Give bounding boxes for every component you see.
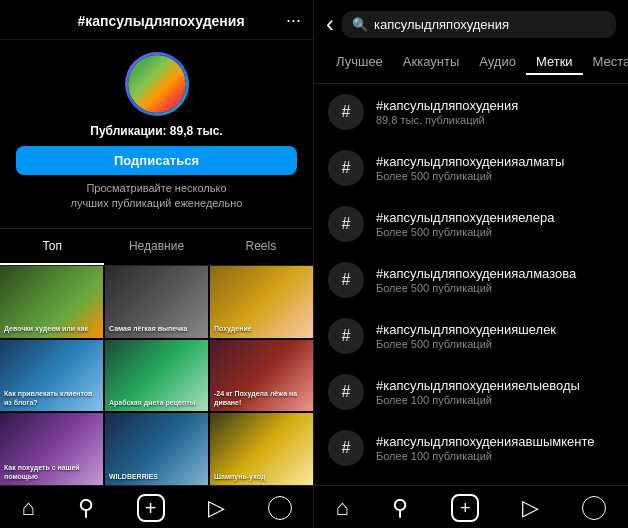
- search-nav-icon[interactable]: ⚲: [78, 495, 94, 521]
- grid-post-3-text: Похудение: [214, 325, 309, 333]
- publication-count: Публикации: 89,8 тыс.: [90, 124, 222, 138]
- result-text: #капсулыдляпохуденияавшымкенте Более 100…: [376, 434, 614, 462]
- grid-post-6-text: -24 кг Похудела лёжа на диване!: [214, 390, 309, 407]
- result-item[interactable]: # #капсулыдляпохуденияалмазова Более 500…: [314, 252, 628, 308]
- browse-text: Просматривайте нескольколучших публикаци…: [71, 181, 243, 212]
- hashtag-icon: #: [328, 150, 364, 186]
- result-tag: #капсулыдляпохудения: [376, 98, 614, 113]
- search-input-wrapper: 🔍 капсулыдляпохудения: [342, 11, 616, 38]
- filter-places[interactable]: Места: [583, 50, 628, 75]
- left-header: #капсулыдляпохудения ···: [0, 0, 313, 40]
- result-text: #капсулыдляпохуденияшелек Более 500 публ…: [376, 322, 614, 350]
- grid-post-7-text: Как похудеть с нашей помощью: [4, 464, 99, 481]
- hashtag-icon: #: [328, 430, 364, 466]
- tab-reels[interactable]: Reels: [209, 229, 313, 265]
- result-text: #капсулыдляпохуденияелера Более 500 публ…: [376, 210, 614, 238]
- result-text: #капсулыдляпохудения 89,8 тыс. публикаци…: [376, 98, 614, 126]
- filter-audio[interactable]: Аудио: [469, 50, 526, 75]
- grid-post-1[interactable]: Девочки худеем или как: [0, 266, 103, 338]
- grid-post-7[interactable]: Как похудеть с нашей помощью: [0, 413, 103, 485]
- result-tag: #капсулыдляпохуденияавшымкенте: [376, 434, 614, 449]
- grid-post-8-text: WILDBERRIES: [109, 473, 204, 481]
- back-button[interactable]: ‹: [326, 10, 334, 38]
- grid-post-8[interactable]: WILDBERRIES: [105, 413, 208, 485]
- result-text: #капсулыдляпохуденияалматы Более 500 пуб…: [376, 154, 614, 182]
- profile-nav-icon[interactable]: [268, 496, 292, 520]
- avatar-image: [128, 55, 186, 113]
- filter-tabs: Лучшее Аккаунты Аудио Метки Места: [314, 46, 628, 84]
- add-icon[interactable]: +: [137, 494, 165, 522]
- result-sub: Более 100 публикаций: [376, 450, 614, 462]
- avatar-inner: [128, 55, 186, 113]
- hashtag-icon: #: [328, 374, 364, 410]
- pub-number: 89,8 тыс.: [170, 124, 223, 138]
- search-icon: 🔍: [352, 17, 368, 32]
- result-item[interactable]: # #капсулыдляпохудения 89,8 тыс. публика…: [314, 84, 628, 140]
- subscribe-button[interactable]: Подписаться: [16, 146, 297, 175]
- result-item[interactable]: # #капсулыдляпохуденияира Более 500 публ…: [314, 476, 628, 485]
- result-text: #капсулыдляпохуденияалмазова Более 500 п…: [376, 266, 614, 294]
- result-item[interactable]: # #капсулыдляпохуденияшелек Более 500 пу…: [314, 308, 628, 364]
- grid-post-5-text: Арабская диета рецепты: [109, 399, 204, 407]
- hashtag-icon: #: [328, 94, 364, 130]
- result-tag: #капсулыдляпохуденияелыеводы: [376, 378, 614, 393]
- right-panel: ‹ 🔍 капсулыдляпохудения Лучшее Аккаунты …: [314, 0, 628, 528]
- left-header-title: #капсулыдляпохудения: [36, 13, 286, 29]
- hashtag-icon: #: [328, 206, 364, 242]
- filter-accounts[interactable]: Аккаунты: [393, 50, 469, 75]
- grid-post-1-text: Девочки худеем или как: [4, 325, 99, 333]
- result-sub: Более 100 публикаций: [376, 394, 614, 406]
- grid-post-6[interactable]: -24 кг Похудела лёжа на диване!: [210, 340, 313, 412]
- left-bottom-nav: ⌂ ⚲ + ▷: [0, 485, 313, 528]
- grid-post-9[interactable]: Шампунь-уход: [210, 413, 313, 485]
- right-home-icon[interactable]: ⌂: [336, 495, 349, 521]
- left-panel: #капсулыдляпохудения ··· Публикации: 89,…: [0, 0, 314, 528]
- search-input[interactable]: капсулыдляпохудения: [374, 17, 606, 32]
- result-item[interactable]: # #капсулыдляпохуденияелера Более 500 пу…: [314, 196, 628, 252]
- result-tag: #капсулыдляпохуденияалматы: [376, 154, 614, 169]
- result-sub: Более 500 публикаций: [376, 282, 614, 294]
- grid-post-3[interactable]: Похудение: [210, 266, 313, 338]
- grid-post-2[interactable]: Самая лёгкая выпечка: [105, 266, 208, 338]
- result-tag: #капсулыдляпохуденияалмазова: [376, 266, 614, 281]
- result-item[interactable]: # #капсулыдляпохуденияалматы Более 500 п…: [314, 140, 628, 196]
- result-tag: #капсулыдляпохуденияелера: [376, 210, 614, 225]
- right-bottom-nav: ⌂ ⚲ + ▷: [314, 485, 628, 528]
- result-sub: Более 500 публикаций: [376, 338, 614, 350]
- tab-top[interactable]: Топ: [0, 229, 104, 265]
- right-profile-icon[interactable]: [582, 496, 606, 520]
- grid-post-9-text: Шампунь-уход: [214, 473, 309, 481]
- hashtag-icon: #: [328, 318, 364, 354]
- home-icon[interactable]: ⌂: [21, 495, 34, 521]
- result-sub: Более 500 публикаций: [376, 170, 614, 182]
- grid-post-4[interactable]: Как привлекать клиентов из блога?: [0, 340, 103, 412]
- reels-nav-icon[interactable]: ▷: [208, 495, 225, 521]
- right-reels-icon[interactable]: ▷: [522, 495, 539, 521]
- posts-grid: Девочки худеем или как Самая лёгкая выпе…: [0, 266, 313, 485]
- pub-label: Публикации:: [90, 124, 166, 138]
- result-text: #капсулыдляпохуденияелыеводы Более 100 п…: [376, 378, 614, 406]
- profile-section: Публикации: 89,8 тыс. Подписаться Просма…: [0, 40, 313, 220]
- result-item[interactable]: # #капсулыдляпохуденияелыеводы Более 100…: [314, 364, 628, 420]
- result-sub: 89,8 тыс. публикаций: [376, 114, 614, 126]
- avatar: [125, 52, 189, 116]
- more-options-icon[interactable]: ···: [286, 10, 301, 31]
- result-tag: #капсулыдляпохуденияшелек: [376, 322, 614, 337]
- search-results: # #капсулыдляпохудения 89,8 тыс. публика…: [314, 84, 628, 485]
- filter-best[interactable]: Лучшее: [326, 50, 393, 75]
- hashtag-icon: #: [328, 262, 364, 298]
- search-header: ‹ 🔍 капсулыдляпохудения: [314, 0, 628, 46]
- result-item[interactable]: # #капсулыдляпохуденияавшымкенте Более 1…: [314, 420, 628, 476]
- tab-recent[interactable]: Недавние: [104, 229, 208, 265]
- grid-post-4-text: Как привлекать клиентов из блога?: [4, 390, 99, 407]
- right-search-icon[interactable]: ⚲: [392, 495, 408, 521]
- grid-post-2-text: Самая лёгкая выпечка: [109, 325, 204, 333]
- filter-tags[interactable]: Метки: [526, 50, 583, 75]
- content-tabs: Топ Недавние Reels: [0, 228, 313, 266]
- result-sub: Более 500 публикаций: [376, 226, 614, 238]
- grid-post-5[interactable]: Арабская диета рецепты: [105, 340, 208, 412]
- right-add-icon[interactable]: +: [451, 494, 479, 522]
